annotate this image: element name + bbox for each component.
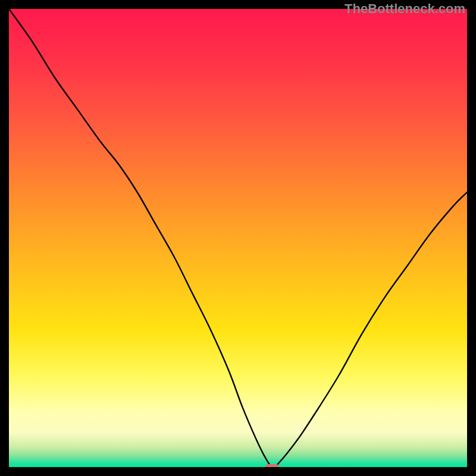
plot-area bbox=[9, 9, 467, 467]
bottleneck-curve bbox=[9, 9, 467, 467]
watermark-text: TheBottleneck.com bbox=[345, 1, 465, 17]
optimal-marker bbox=[265, 464, 279, 467]
chart-frame: TheBottleneck.com bbox=[0, 0, 476, 476]
